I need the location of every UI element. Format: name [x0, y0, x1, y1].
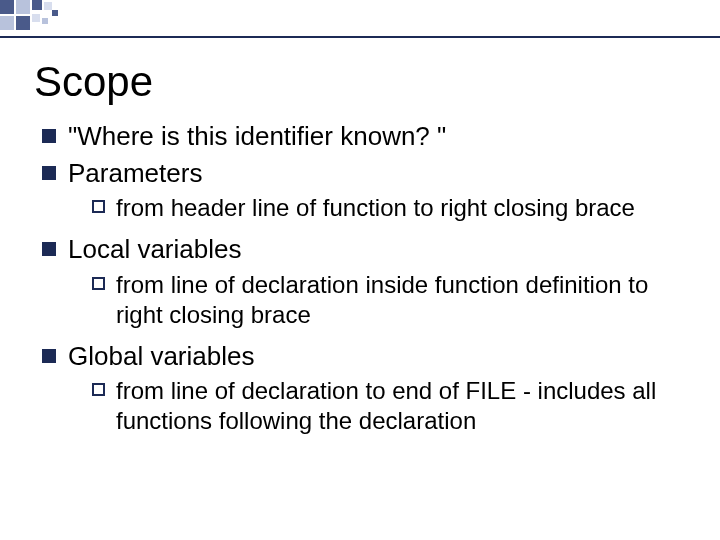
- horizontal-rule: [0, 36, 720, 38]
- list-item-text: from line of declaration inside function…: [116, 271, 648, 328]
- list-item-text: Global variables: [68, 341, 254, 371]
- slide: Scope "Where is this identifier known? "…: [0, 0, 720, 540]
- list-item: from header line of function to right cl…: [90, 193, 700, 223]
- list-item: Local variables from line of declaration…: [40, 233, 700, 330]
- list-item-text: from line of declaration to end of FILE …: [116, 377, 656, 434]
- corner-decoration: [0, 0, 140, 36]
- list-item: from line of declaration inside function…: [90, 270, 700, 330]
- list-item: "Where is this identifier known? ": [40, 120, 700, 153]
- list-item-text: from header line of function to right cl…: [116, 194, 635, 221]
- bullet-list: "Where is this identifier known? " Param…: [40, 120, 700, 436]
- sub-list: from header line of function to right cl…: [90, 193, 700, 223]
- list-item-text: "Where is this identifier known? ": [68, 121, 446, 151]
- slide-title: Scope: [34, 58, 700, 106]
- list-item: Parameters from header line of function …: [40, 157, 700, 224]
- list-item-text: Local variables: [68, 234, 241, 264]
- slide-content: Scope "Where is this identifier known? "…: [34, 50, 700, 446]
- list-item-text: Parameters: [68, 158, 202, 188]
- list-item: Global variables from line of declaratio…: [40, 340, 700, 437]
- sub-list: from line of declaration to end of FILE …: [90, 376, 700, 436]
- sub-list: from line of declaration inside function…: [90, 270, 700, 330]
- list-item: from line of declaration to end of FILE …: [90, 376, 700, 436]
